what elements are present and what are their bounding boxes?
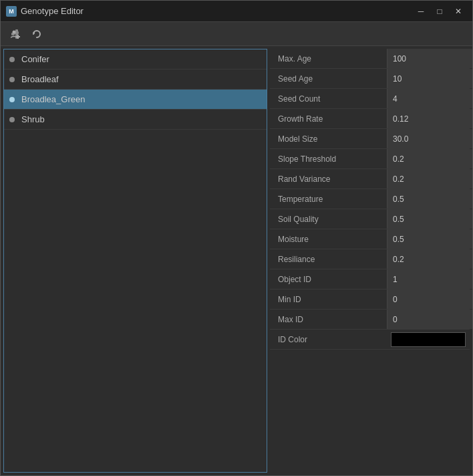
property-input[interactable] [387, 169, 472, 189]
svg-point-3 [13, 30, 16, 33]
property-row: Max. Age [270, 49, 470, 69]
property-label: Model Size [270, 134, 387, 144]
property-row: Soil Quality [270, 209, 470, 229]
property-row: Max ID [270, 310, 470, 330]
minimize-button[interactable]: ─ [412, 5, 430, 18]
property-label: ID Color [270, 335, 387, 344]
list-item-indicator [9, 97, 15, 102]
property-input[interactable] [387, 209, 472, 229]
app-icon: M [6, 6, 17, 17]
property-input[interactable] [387, 129, 472, 148]
property-input[interactable] [387, 310, 472, 329]
property-label: Seed Age [270, 74, 387, 84]
list-item-label: Conifer [21, 54, 49, 64]
property-label: Slope Threshold [270, 154, 387, 164]
genotype-list: ConiferBroadleafBroadlea_GreenShrub [3, 49, 267, 473]
window-title: Genotype Editor [21, 6, 412, 16]
property-row: Object ID [270, 269, 470, 289]
property-input[interactable] [387, 109, 472, 128]
refresh-button[interactable] [27, 25, 46, 43]
property-row: Growth Rate [270, 109, 470, 129]
property-label: Resiliance [270, 255, 387, 264]
property-input[interactable] [387, 149, 472, 168]
main-window: M Genotype Editor ─ □ ✕ [0, 0, 473, 476]
property-input[interactable] [387, 229, 472, 249]
maximize-button[interactable]: □ [431, 5, 448, 18]
property-row: Temperature [270, 189, 470, 209]
property-row: Model Size [270, 129, 470, 149]
property-label: Object ID [270, 275, 387, 284]
property-row: Slope Threshold [270, 149, 470, 169]
property-label: Soil Quality [270, 215, 387, 224]
properties-panel: Max. AgeSeed AgeSeed CountGrowth RateMod… [270, 46, 472, 475]
property-label: Max. Age [270, 54, 387, 64]
add-icon [11, 29, 20, 39]
list-item[interactable]: Broadleaf [4, 70, 267, 90]
main-content: ConiferBroadleafBroadlea_GreenShrub Max.… [1, 46, 472, 475]
color-swatch[interactable] [391, 332, 466, 347]
list-item-indicator [9, 57, 15, 62]
property-label: Temperature [270, 195, 387, 204]
list-item[interactable]: Shrub [4, 110, 267, 130]
property-input[interactable] [387, 49, 472, 68]
window-controls: ─ □ ✕ [412, 5, 467, 18]
add-button[interactable] [6, 25, 25, 43]
property-label: Rand Variance [270, 174, 387, 184]
property-row: Rand Variance [270, 169, 470, 189]
property-input[interactable] [387, 269, 472, 289]
list-item-indicator [9, 117, 15, 122]
property-label: Growth Rate [270, 114, 387, 124]
property-input[interactable] [387, 89, 472, 108]
list-item[interactable]: Broadlea_Green [4, 90, 267, 110]
property-input[interactable] [387, 189, 472, 209]
property-label: Max ID [270, 315, 387, 324]
property-row: Resiliance [270, 249, 470, 269]
property-row: Moisture [270, 229, 470, 249]
list-item-label: Broadlea_Green [21, 94, 85, 104]
property-input[interactable] [387, 249, 472, 269]
property-row: Min ID [270, 289, 470, 310]
property-row: Seed Age [270, 69, 470, 89]
property-row: ID Color [270, 330, 470, 350]
property-input[interactable] [387, 69, 472, 88]
list-item[interactable]: Conifer [4, 49, 267, 70]
list-item-label: Shrub [21, 114, 45, 124]
toolbar [1, 22, 472, 46]
property-label: Min ID [270, 295, 387, 304]
close-button[interactable]: ✕ [450, 5, 467, 18]
title-bar: M Genotype Editor ─ □ ✕ [1, 1, 472, 22]
refresh-icon [32, 29, 41, 39]
property-row: Seed Count [270, 89, 470, 109]
property-label: Moisture [270, 235, 387, 244]
list-item-indicator [9, 77, 15, 82]
property-input[interactable] [387, 289, 472, 309]
property-label: Seed Count [270, 94, 387, 104]
list-item-label: Broadleaf [21, 74, 59, 84]
